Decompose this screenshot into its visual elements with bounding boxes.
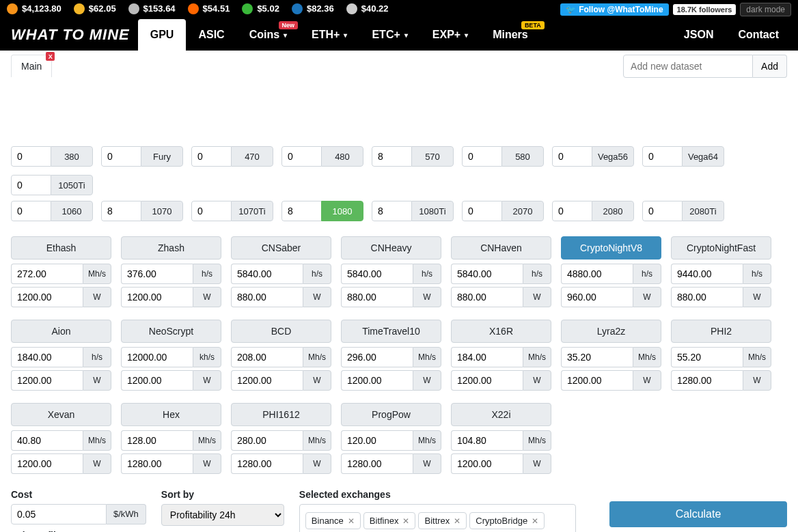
hashrate-input[interactable]: [231, 430, 303, 451]
gpu-label-button[interactable]: 1060: [51, 201, 93, 221]
gpu-label-button[interactable]: Vega56: [592, 146, 634, 167]
close-icon[interactable]: ✕: [348, 516, 355, 526]
gpu-count-input[interactable]: [101, 201, 141, 221]
ticker-grs[interactable]: $40.22: [346, 3, 389, 14]
gpu-count-input[interactable]: [101, 146, 141, 167]
power-input[interactable]: [451, 370, 523, 391]
calculate-button[interactable]: Calculate: [609, 501, 787, 527]
nav-etc[interactable]: ETC+ ▾: [359, 19, 419, 51]
hashrate-input[interactable]: [341, 347, 413, 367]
ticker-ltc[interactable]: $153.64: [128, 3, 176, 14]
gpu-count-input[interactable]: [552, 146, 592, 167]
algo-header-button[interactable]: X22i: [451, 403, 551, 426]
gpu-count-input[interactable]: [11, 146, 51, 167]
power-input[interactable]: [11, 370, 83, 391]
gpu-count-input[interactable]: [191, 201, 231, 221]
brand-logo[interactable]: WHAT TO MINE: [7, 19, 138, 51]
ticker-xmr[interactable]: $54.51: [188, 3, 230, 14]
hashrate-input[interactable]: [451, 347, 523, 367]
gpu-label-button[interactable]: 480: [321, 146, 363, 167]
gpu-label-button[interactable]: 1080Ti: [411, 201, 454, 221]
nav-contact[interactable]: Contact: [726, 19, 791, 51]
nav-gpu[interactable]: GPU: [138, 19, 187, 51]
power-input[interactable]: [121, 287, 193, 307]
hashrate-input[interactable]: [231, 264, 303, 284]
cost-input[interactable]: [11, 504, 107, 524]
gpu-label-button[interactable]: 470: [231, 146, 273, 167]
hashrate-input[interactable]: [11, 264, 83, 284]
hashrate-input[interactable]: [451, 430, 523, 451]
gpu-count-input[interactable]: [642, 146, 682, 167]
power-input[interactable]: [451, 453, 523, 474]
gpu-label-button[interactable]: 2080Ti: [682, 201, 724, 221]
hashrate-input[interactable]: [231, 347, 303, 367]
algo-header-button[interactable]: ProgPow: [341, 403, 441, 426]
gpu-label-button[interactable]: 2070: [501, 201, 544, 221]
power-input[interactable]: [341, 287, 413, 307]
gpu-count-input[interactable]: [11, 201, 51, 221]
algo-header-button[interactable]: Ethash: [11, 236, 111, 260]
power-input[interactable]: [121, 370, 193, 391]
hashrate-input[interactable]: [121, 264, 193, 284]
power-input[interactable]: [341, 453, 413, 474]
algo-header-button[interactable]: NeoScrypt: [121, 320, 221, 343]
hashrate-input[interactable]: [341, 430, 413, 451]
algo-header-button[interactable]: CryptoNightV8: [561, 236, 661, 260]
hashrate-input[interactable]: [561, 347, 633, 367]
hashrate-input[interactable]: [451, 264, 523, 284]
gpu-count-input[interactable]: [552, 201, 592, 221]
gpu-label-button[interactable]: 1080: [321, 201, 363, 221]
ticker-zec[interactable]: $62.05: [74, 3, 116, 14]
power-input[interactable]: [231, 453, 303, 474]
gpu-label-button[interactable]: 1050Ti: [51, 175, 93, 195]
hashrate-input[interactable]: [11, 430, 83, 451]
exchange-tag-bittrex[interactable]: Bittrex✕: [418, 512, 467, 529]
gpu-label-button[interactable]: Vega64: [682, 146, 724, 167]
algo-header-button[interactable]: CNSaber: [231, 236, 331, 260]
gpu-count-input[interactable]: [191, 146, 231, 167]
add-dataset-input[interactable]: [623, 55, 753, 78]
power-input[interactable]: [561, 370, 633, 391]
gpu-label-button[interactable]: 580: [501, 146, 544, 167]
hashrate-input[interactable]: [671, 347, 743, 367]
gpu-label-button[interactable]: 2080: [592, 201, 634, 221]
exchange-tag-binance[interactable]: Binance✕: [305, 512, 361, 529]
algo-header-button[interactable]: Lyra2z: [561, 320, 661, 343]
algo-header-button[interactable]: CNHaven: [451, 236, 551, 260]
nav-exp[interactable]: EXP+ ▾: [420, 19, 480, 51]
algo-header-button[interactable]: PHI1612: [231, 403, 331, 426]
nav-json[interactable]: JSON: [672, 19, 726, 51]
gpu-label-button[interactable]: 570: [411, 146, 454, 167]
algo-header-button[interactable]: X16R: [451, 320, 551, 343]
exchange-tag-bitfinex[interactable]: Bitfinex✕: [363, 512, 416, 529]
power-input[interactable]: [561, 287, 633, 307]
gpu-count-input[interactable]: [642, 201, 682, 221]
power-input[interactable]: [231, 370, 303, 391]
gpu-label-button[interactable]: 1070Ti: [231, 201, 273, 221]
algo-header-button[interactable]: Aion: [11, 320, 111, 343]
power-input[interactable]: [451, 287, 523, 307]
gpu-count-input[interactable]: [372, 201, 411, 221]
algo-header-button[interactable]: CNHeavy: [341, 236, 441, 260]
close-icon[interactable]: ✕: [402, 516, 409, 526]
gpu-count-input[interactable]: [462, 146, 501, 167]
gpu-count-input[interactable]: [11, 175, 51, 195]
algo-header-button[interactable]: Hex: [121, 403, 221, 426]
gpu-label-button[interactable]: 380: [51, 146, 93, 167]
algo-header-button[interactable]: PHI2: [671, 320, 771, 343]
power-input[interactable]: [341, 370, 413, 391]
exchange-tag-cryptobridge[interactable]: CryptoBridge✕: [469, 512, 545, 529]
power-input[interactable]: [671, 287, 743, 307]
close-icon[interactable]: X: [46, 52, 55, 61]
nav-miners[interactable]: Miners BETA: [480, 19, 540, 51]
algo-header-button[interactable]: CryptoNightFast: [671, 236, 771, 260]
gpu-label-button[interactable]: Fury: [141, 146, 183, 167]
hashrate-input[interactable]: [121, 347, 193, 367]
algo-header-button[interactable]: BCD: [231, 320, 331, 343]
dark-mode-button[interactable]: dark mode: [740, 3, 791, 16]
algo-header-button[interactable]: Xevan: [11, 403, 111, 426]
ticker-etc[interactable]: $5.02: [242, 3, 279, 14]
sort-select[interactable]: Profitability 24h: [161, 504, 284, 526]
nav-asic[interactable]: ASIC: [186, 19, 236, 51]
power-input[interactable]: [671, 370, 743, 391]
